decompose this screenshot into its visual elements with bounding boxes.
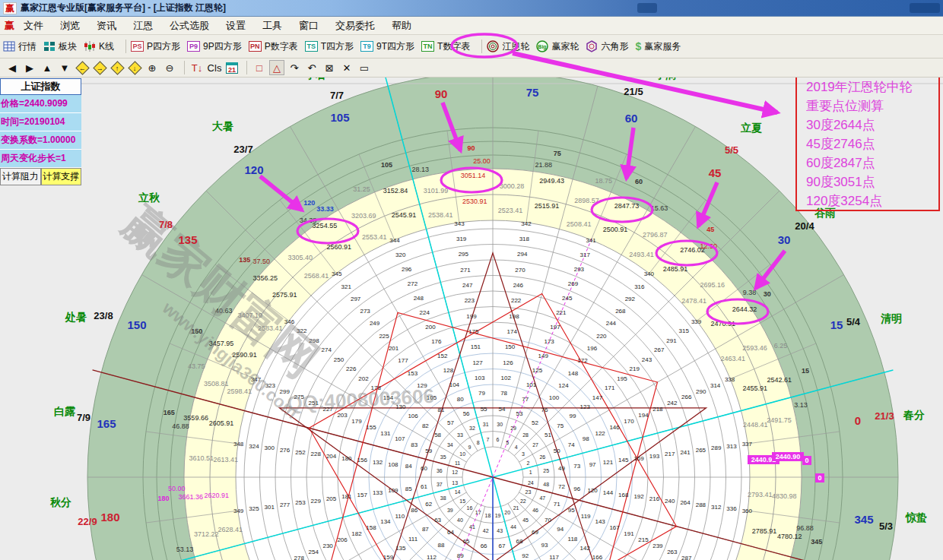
calc-resistance-button[interactable]: 计算阻力: [0, 168, 41, 185]
svg-text:0: 0: [805, 457, 808, 464]
menu-gann[interactable]: 江恩: [133, 19, 153, 33]
app-logo-icon: 赢: [3, 2, 17, 14]
svg-text:217: 217: [665, 451, 675, 457]
svg-text:68: 68: [516, 538, 522, 545]
tool-fit-center[interactable]: ✕: [339, 60, 354, 75]
svg-text:2500.91: 2500.91: [603, 226, 628, 233]
menu-trade-order[interactable]: 交易委托: [335, 19, 375, 33]
svg-text:313: 313: [726, 443, 737, 450]
tool-calendar-21[interactable]: 21: [224, 60, 240, 75]
svg-text:321: 321: [341, 283, 351, 290]
menu-news[interactable]: 资讯: [97, 19, 116, 33]
tool-move-left[interactable]: ←: [75, 60, 90, 75]
menu-tools[interactable]: 工具: [262, 19, 282, 33]
svg-text:2538.41: 2538.41: [428, 211, 453, 219]
svg-text:264: 264: [680, 499, 691, 506]
svg-text:143: 143: [595, 518, 605, 525]
tool-page-left[interactable]: ◀: [5, 60, 20, 75]
toolbar-item-p-table[interactable]: PNP数字表: [249, 40, 298, 53]
svg-text:2523.41: 2523.41: [498, 207, 523, 214]
toolbar-item-label: 六角形: [601, 40, 628, 53]
tool-rotate-ccw[interactable]: ↶: [304, 60, 319, 75]
tool-move-down[interactable]: ↓: [127, 60, 142, 75]
svg-text:惊蛰: 惊蛰: [905, 511, 927, 524]
toolbar-item-9t-square[interactable]: T99T四方形: [360, 40, 414, 53]
svg-text:9: 9: [468, 445, 471, 450]
tool-rotate-cw[interactable]: ↷: [287, 60, 302, 75]
toolbar-separator: [246, 61, 247, 74]
tool-zoom-in[interactable]: ⊕: [144, 60, 160, 75]
toolbar-item-label: 赢家服务: [644, 40, 681, 53]
svg-text:296: 296: [402, 266, 412, 273]
tool-x-box[interactable]: ⊠: [322, 60, 337, 75]
toolbar-item-sectors[interactable]: 板块: [43, 40, 77, 53]
tool-move-right[interactable]: →: [92, 60, 107, 75]
tool-page-right[interactable]: ▶: [22, 60, 37, 75]
tool-square-tool[interactable]: □: [252, 60, 267, 75]
toolbar-item-hexagon[interactable]: 六角形: [586, 40, 628, 53]
menu-window[interactable]: 窗口: [299, 19, 319, 33]
svg-text:289: 289: [711, 445, 722, 451]
svg-text:18.75: 18.75: [595, 177, 612, 185]
svg-text:2553.41: 2553.41: [362, 233, 387, 241]
svg-text:0: 0: [855, 414, 861, 427]
svg-text:191: 191: [624, 530, 634, 537]
toolbar-item-winner-service[interactable]: $赢家服务: [635, 40, 681, 53]
svg-text:37.50: 37.50: [252, 258, 270, 265]
svg-text:118: 118: [568, 536, 578, 543]
svg-text:61: 61: [421, 483, 427, 490]
svg-text:221: 221: [556, 309, 567, 316]
menu-formula-stock-pick[interactable]: 公式选股: [170, 19, 209, 33]
menu-help[interactable]: 帮助: [392, 19, 411, 33]
toolbar-item-p-square[interactable]: PSP四方形: [131, 40, 180, 53]
svg-text:清明: 清明: [881, 312, 902, 324]
toolbar-item-t-square[interactable]: TST四方形: [305, 40, 354, 53]
svg-text:244: 244: [606, 320, 617, 327]
svg-text:336: 336: [726, 505, 737, 512]
key-level-line: 90度3051点: [806, 172, 938, 191]
menu-file[interactable]: 文件: [24, 19, 43, 33]
tool-t-down[interactable]: T↓: [189, 60, 205, 75]
svg-text:5: 5: [506, 440, 509, 445]
svg-text:270: 270: [515, 267, 525, 274]
menu-browse[interactable]: 浏览: [60, 19, 80, 33]
toolbar-item-winner-wheel[interactable]: Big赢家轮: [536, 40, 579, 53]
tool-zoom-out[interactable]: ⊖: [162, 60, 177, 75]
calc-support-button[interactable]: 计算支撑: [41, 168, 82, 185]
svg-text:90: 90: [468, 144, 475, 152]
svg-text:338: 338: [725, 376, 735, 383]
tool-cls[interactable]: Cls: [207, 60, 222, 75]
svg-text:312: 312: [711, 504, 722, 511]
toolbar-item-9p-square[interactable]: P99P四方形: [187, 40, 242, 53]
toolbar-item-quotes[interactable]: 行情: [3, 40, 37, 53]
svg-text:立秋: 立秋: [138, 191, 160, 204]
tool-triangle-tool[interactable]: △: [269, 60, 284, 75]
toolbar-item-label: 赢家轮: [551, 40, 579, 53]
svg-text:295: 295: [459, 251, 469, 258]
svg-text:319: 319: [456, 236, 467, 242]
toolbar-item-gann-wheel[interactable]: 江恩轮: [487, 40, 529, 53]
svg-text:145: 145: [618, 457, 629, 464]
svg-text:3508.81: 3508.81: [204, 380, 229, 388]
svg-text:30: 30: [497, 422, 503, 427]
svg-text:272: 272: [408, 280, 418, 287]
t-table-icon: TN: [421, 41, 434, 52]
tool-move-up[interactable]: ↑: [110, 60, 125, 75]
toolbar-item-t-table[interactable]: TNT数字表: [421, 40, 470, 53]
svg-text:268: 268: [615, 308, 626, 315]
svg-text:250: 250: [334, 356, 344, 363]
toolbar-item-label: 行情: [18, 40, 37, 53]
svg-text:78: 78: [500, 390, 507, 397]
svg-text:82: 82: [422, 422, 429, 429]
tool-step-down[interactable]: ▼: [57, 60, 72, 75]
toolbar-item-kline[interactable]: K线: [84, 40, 114, 53]
tool-step-up[interactable]: ▲: [40, 60, 55, 75]
menu-settings[interactable]: 设置: [226, 19, 246, 33]
tool-screen[interactable]: ▭: [357, 60, 372, 75]
window-title: 赢家江恩专业版[赢家服务平台] - [上证指数 江恩轮]: [21, 2, 226, 14]
svg-text:171: 171: [605, 384, 615, 391]
svg-text:121: 121: [603, 459, 614, 466]
svg-text:135: 135: [239, 256, 250, 264]
p-square-icon: PS: [131, 41, 144, 52]
svg-text:2530.91: 2530.91: [462, 198, 487, 205]
